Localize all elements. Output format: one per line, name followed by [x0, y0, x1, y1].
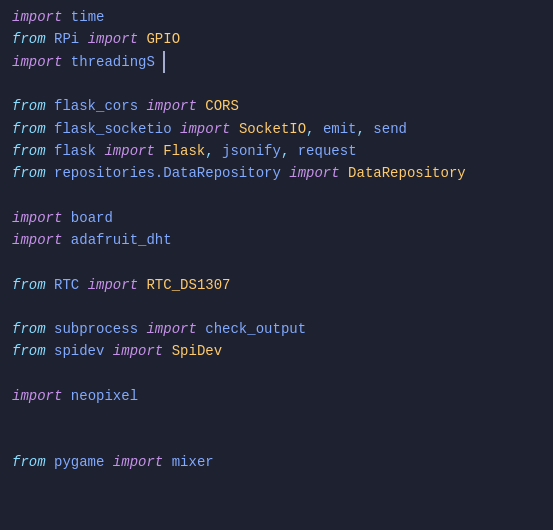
empty-line: [0, 185, 553, 207]
code-line: from flask_socketio import SocketIO, emi…: [0, 118, 553, 140]
empty-line: [0, 429, 553, 451]
module-name: board: [71, 207, 113, 229]
keyword-from: from: [12, 118, 46, 140]
code-line: from subprocess import check_output: [0, 318, 553, 340]
module-name: threadingS: [71, 51, 155, 73]
code-line: from pygame import mixer: [0, 451, 553, 473]
code-line: from flask_cors import CORS: [0, 95, 553, 117]
import-name: GPIO: [146, 28, 180, 50]
module-name: subprocess: [54, 318, 138, 340]
code-line: from flask import Flask, jsonify, reques…: [0, 140, 553, 162]
keyword-import: import: [104, 140, 154, 162]
keyword-import: import: [12, 385, 62, 407]
code-line: from RPi import GPIO: [0, 28, 553, 50]
keyword-from: from: [12, 274, 46, 296]
keyword-import: import: [12, 51, 62, 73]
keyword-from: from: [12, 318, 46, 340]
module-name: flask: [54, 140, 96, 162]
keyword-import: import: [289, 162, 339, 184]
keyword-import: import: [146, 318, 196, 340]
module-name: flask_cors: [54, 95, 138, 117]
import-name: jsonify: [222, 140, 281, 162]
module-name: flask_socketio: [54, 118, 172, 140]
keyword-import: import: [146, 95, 196, 117]
keyword-from: from: [12, 28, 46, 50]
import-name: emit: [323, 118, 357, 140]
code-line: import neopixel: [0, 385, 553, 407]
code-line: from spidev import SpiDev: [0, 340, 553, 362]
keyword-import: import: [88, 28, 138, 50]
keyword-from: from: [12, 451, 46, 473]
module-name: adafruit_dht: [71, 229, 172, 251]
import-name: CORS: [205, 95, 239, 117]
import-name: check_output: [205, 318, 306, 340]
code-line: from RTC import RTC_DS1307: [0, 274, 553, 296]
code-line: import adafruit_dht: [0, 229, 553, 251]
import-name: DataRepository: [348, 162, 466, 184]
module-name: time: [71, 6, 105, 28]
import-name: request: [298, 140, 357, 162]
module-name: RPi: [54, 28, 79, 50]
keyword-import: import: [88, 274, 138, 296]
keyword-import: import: [12, 207, 62, 229]
code-line: import threadingS: [0, 51, 553, 73]
module-name: neopixel: [71, 385, 138, 407]
module-name: repositories.DataRepository: [54, 162, 281, 184]
import-name: SpiDev: [172, 340, 222, 362]
module-name: spidev: [54, 340, 104, 362]
text-cursor: [155, 51, 165, 73]
module-name: pygame: [54, 451, 104, 473]
keyword-from: from: [12, 340, 46, 362]
import-name: RTC_DS1307: [146, 274, 230, 296]
import-name: SocketIO: [239, 118, 306, 140]
empty-line: [0, 407, 553, 429]
keyword-import: import: [180, 118, 230, 140]
empty-line: [0, 296, 553, 318]
keyword-from: from: [12, 140, 46, 162]
import-name: send: [373, 118, 407, 140]
import-name: mixer: [172, 451, 214, 473]
empty-line: [0, 73, 553, 95]
import-name: Flask: [163, 140, 205, 162]
keyword-import: import: [113, 340, 163, 362]
code-line: import board: [0, 207, 553, 229]
empty-line: [0, 252, 553, 274]
code-line: import time: [0, 6, 553, 28]
keyword-import: import: [12, 229, 62, 251]
keyword-import: import: [12, 6, 62, 28]
keyword-import: import: [113, 451, 163, 473]
keyword-from: from: [12, 162, 46, 184]
keyword-from: from: [12, 95, 46, 117]
empty-line: [0, 363, 553, 385]
code-editor[interactable]: import time from RPi import GPIO import …: [0, 0, 553, 530]
module-name: RTC: [54, 274, 79, 296]
code-line: from repositories.DataRepository import …: [0, 162, 553, 184]
